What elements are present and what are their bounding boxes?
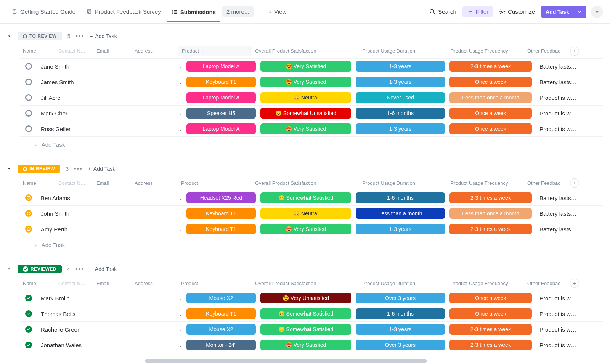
row-status-icon[interactable]	[25, 310, 32, 317]
row-name[interactable]: Thomas Bells	[41, 311, 177, 317]
add-task-button[interactable]: Add Task	[541, 6, 586, 18]
cell-duration[interactable]: Never used	[356, 92, 445, 103]
row-name[interactable]: Amy Perth	[41, 226, 177, 233]
table-row[interactable]: Jill Acre.Laptop Model A😊 NeutralNever u…	[20, 90, 603, 106]
col-contact[interactable]: Contact N…	[55, 281, 93, 286]
cell-frequency[interactable]: Once a week	[449, 108, 532, 119]
row-name[interactable]: Ben Adams	[41, 195, 177, 201]
cell-frequency[interactable]: Once a week	[449, 123, 532, 134]
cell-product[interactable]: Laptop Model A	[186, 61, 256, 72]
cell-frequency[interactable]: 2-3 times a week	[449, 224, 532, 234]
add-view-button[interactable]: + View	[265, 6, 290, 17]
cell-duration[interactable]: Over 3 years	[356, 293, 445, 303]
col-email[interactable]: Email	[93, 48, 132, 54]
cell-duration[interactable]: 1-3 years	[356, 77, 445, 87]
table-row[interactable]: Jane Smith.Laptop Model A😍 Very Satisfie…	[20, 59, 603, 74]
add-column-button[interactable]: +	[570, 279, 579, 288]
customize-button[interactable]: Customize	[494, 6, 539, 17]
add-column-button[interactable]: +	[570, 47, 579, 56]
col-satisfaction[interactable]: Overall Product Satisfaction	[252, 48, 343, 54]
col-name[interactable]: Name	[20, 48, 55, 54]
cell-duration[interactable]: Over 3 years	[356, 340, 445, 350]
row-name[interactable]: Rachelle Green	[41, 326, 177, 333]
cell-duration[interactable]: 1-3 years	[356, 61, 445, 72]
filter-button[interactable]: Filter	[462, 6, 493, 17]
col-feedback[interactable]: Other Feedbac	[524, 48, 570, 54]
col-product[interactable]: Product	[178, 281, 252, 286]
cell-duration[interactable]: 1-6 months	[356, 108, 445, 119]
col-contact[interactable]: Contact N…	[55, 180, 93, 186]
cell-feedback[interactable]: Product is wor…	[534, 126, 580, 132]
row-status-icon[interactable]	[25, 125, 32, 132]
row-status-icon[interactable]	[25, 94, 32, 101]
table-row[interactable]: Ross Geller.Laptop Model A😍 Very Satisfi…	[20, 121, 603, 137]
col-feedback[interactable]: Other Feedbac	[524, 180, 570, 186]
row-status-icon[interactable]	[25, 226, 32, 233]
cell-feedback[interactable]: Product is wor…	[534, 95, 580, 101]
tab-submissions[interactable]: Submissions	[167, 5, 220, 22]
cell-feedback[interactable]: Battery lasts …	[534, 226, 580, 233]
cell-feedback[interactable]: Product is wor…	[534, 311, 580, 317]
col-duration[interactable]: Product Usage Duration	[343, 180, 434, 186]
cell-feedback[interactable]: Battery lasts …	[534, 79, 580, 85]
cell-satisfaction[interactable]: 😵 Very Unsatisfied	[260, 293, 351, 303]
cell-satisfaction[interactable]: 😍 Very Satisfied	[260, 77, 351, 87]
cell-product[interactable]: Laptop Model A	[186, 123, 256, 134]
col-frequency[interactable]: Product Usage Frequency	[434, 180, 524, 186]
row-name[interactable]: Jonathan Wales	[41, 342, 177, 348]
collapse-icon[interactable]	[7, 34, 12, 38]
col-address[interactable]: Address	[132, 180, 178, 186]
row-name[interactable]: James Smith	[41, 79, 177, 85]
cell-product[interactable]: Keyboard T1	[186, 208, 256, 219]
cell-feedback[interactable]: Battery lasts …	[534, 195, 580, 201]
cell-frequency[interactable]: Once a week	[449, 77, 532, 87]
cell-duration[interactable]: 1-3 years	[356, 324, 445, 335]
collapse-icon[interactable]	[7, 267, 12, 271]
row-name[interactable]: Mark Brolin	[41, 295, 177, 301]
group-add-task-button[interactable]: + Add Task	[88, 166, 116, 172]
more-views-chip[interactable]: 2 more...	[222, 6, 254, 17]
row-status-icon[interactable]	[25, 342, 32, 348]
cell-frequency[interactable]: Less than once a month	[449, 92, 532, 103]
cell-frequency[interactable]: Less than once a month	[449, 208, 532, 219]
table-row[interactable]: Jonathan Wales.Monitor - 24"😍 Very Satis…	[20, 337, 603, 353]
row-status-icon[interactable]	[25, 110, 32, 117]
col-satisfaction[interactable]: Overall Product Satisfaction	[252, 180, 343, 186]
table-row[interactable]: Ben Adams.Headset X25 Red😊 Somewhat Sati…	[20, 190, 603, 206]
cell-feedback[interactable]: Product is wor…	[534, 342, 580, 348]
col-address[interactable]: Address	[132, 48, 178, 54]
cell-satisfaction[interactable]: 😍 Very Satisfied	[260, 340, 351, 350]
cell-frequency[interactable]: Once a week	[449, 293, 532, 303]
cell-frequency[interactable]: Once a week	[449, 308, 532, 319]
cell-product[interactable]: Keyboard T1	[186, 77, 256, 87]
col-name[interactable]: Name	[20, 180, 55, 186]
table-row[interactable]: Amy Perth.Keyboard T1😍 Very Satisfied1-3…	[20, 221, 603, 237]
status-badge[interactable]: IN REVIEW	[18, 165, 60, 173]
cell-satisfaction[interactable]: 😊 Somewhat Satisfied	[260, 192, 351, 203]
col-frequency[interactable]: Product Usage Frequency	[434, 48, 524, 54]
table-row[interactable]: John Smith.Keyboard T1😊 NeutralLess than…	[20, 206, 603, 221]
cell-satisfaction[interactable]: 😍 Very Satisfied	[260, 123, 351, 134]
table-row[interactable]: James Smith.Keyboard T1😍 Very Satisfied1…	[20, 74, 603, 90]
cell-product[interactable]: Speaker H5	[186, 108, 256, 119]
cell-satisfaction[interactable]: 😣 Somewhat Unsatisfied	[260, 108, 351, 119]
horizontal-scrollbar[interactable]	[145, 359, 427, 363]
add-task-row[interactable]: +Add Task	[7, 237, 603, 253]
cell-frequency[interactable]: 2-3 times a week	[449, 340, 532, 350]
row-status-icon[interactable]	[25, 326, 32, 333]
row-name[interactable]: Ross Geller	[41, 126, 177, 132]
cell-satisfaction[interactable]: 😍 Very Satisfied	[260, 61, 351, 72]
cell-product[interactable]: Monitor - 24"	[186, 340, 256, 350]
row-name[interactable]: Mark Cher	[41, 110, 177, 117]
col-satisfaction[interactable]: Overall Product Satisfaction	[252, 281, 343, 286]
row-status-icon[interactable]	[25, 194, 32, 201]
search-button[interactable]: Search	[425, 6, 461, 17]
cell-frequency[interactable]: 2-3 times a week	[449, 61, 532, 72]
status-badge[interactable]: TO REVIEW	[18, 32, 62, 40]
status-badge[interactable]: REVIEWED	[18, 265, 62, 273]
group-more-icon[interactable]: •••	[75, 33, 84, 40]
cell-satisfaction[interactable]: 😊 Neutral	[260, 92, 351, 103]
group-more-icon[interactable]: •••	[75, 266, 84, 273]
col-feedback[interactable]: Other Feedbac	[524, 281, 570, 286]
row-name[interactable]: Jane Smith	[41, 63, 177, 70]
